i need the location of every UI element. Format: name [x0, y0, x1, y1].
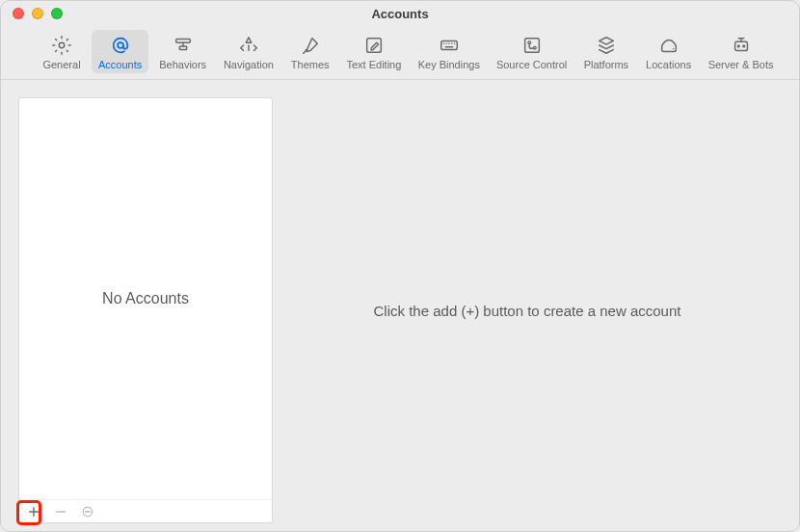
svg-point-13 [85, 511, 86, 512]
tab-label: Navigation [224, 59, 274, 70]
svg-rect-5 [441, 40, 458, 49]
accounts-list-panel: No Accounts [18, 97, 273, 523]
window-title: Accounts [1, 7, 799, 21]
svg-rect-6 [524, 39, 539, 53]
tab-label: Key Bindings [418, 59, 480, 70]
remove-account-button[interactable] [52, 503, 69, 520]
keyboard-icon [439, 34, 460, 57]
at-sign-icon [110, 34, 131, 57]
tab-label: Platforms [584, 59, 628, 70]
tab-label: Source Control [496, 59, 567, 70]
pencil-square-icon [363, 34, 385, 57]
close-window-button[interactable] [13, 8, 24, 19]
stack-icon [596, 34, 617, 57]
tab-key-bindings[interactable]: Key Bindings [412, 30, 486, 73]
account-actions-button[interactable] [79, 503, 96, 520]
account-detail-panel: Click the add (+) button to create a new… [273, 97, 782, 523]
tab-label: Text Editing [346, 59, 401, 70]
tab-label: Themes [291, 59, 330, 70]
disk-icon [658, 34, 680, 57]
minimize-window-button[interactable] [32, 8, 43, 19]
tab-source-control[interactable]: Source Control [491, 30, 573, 73]
behaviors-icon [173, 34, 194, 57]
preferences-window: Accounts General Accounts Behaviors Na [0, 0, 800, 532]
svg-rect-9 [734, 41, 747, 50]
tab-locations[interactable]: Locations [639, 30, 698, 73]
tab-platforms[interactable]: Platforms [577, 30, 635, 73]
add-account-button[interactable] [25, 503, 42, 520]
tab-label: Behaviors [159, 59, 206, 70]
empty-detail-prompt: Click the add (+) button to create a new… [374, 303, 681, 319]
svg-point-1 [118, 42, 123, 48]
gear-icon [51, 34, 72, 57]
tab-server-bots[interactable]: Server & Bots [702, 30, 780, 73]
tab-navigation[interactable]: Navigation [217, 30, 280, 73]
window-controls [13, 8, 63, 19]
source-control-icon [521, 34, 543, 57]
svg-point-14 [87, 511, 88, 512]
tab-themes[interactable]: Themes [284, 30, 336, 73]
tab-general[interactable]: General [36, 30, 88, 73]
tab-label: Locations [646, 59, 691, 70]
tab-behaviors[interactable]: Behaviors [152, 30, 213, 73]
navigation-icon [238, 34, 259, 57]
svg-point-10 [737, 45, 739, 47]
zoom-window-button[interactable] [51, 8, 63, 19]
empty-accounts-label: No Accounts [102, 290, 189, 307]
paintbrush-icon [300, 34, 321, 57]
tab-label: General [42, 59, 80, 70]
tab-label: Server & Bots [708, 59, 774, 70]
tab-text-editing[interactable]: Text Editing [340, 30, 408, 73]
robot-icon [731, 34, 752, 57]
accounts-list: No Accounts [19, 98, 272, 499]
content-area: No Accounts Click the add (+) button to … [1, 80, 799, 532]
tab-label: Accounts [98, 59, 142, 70]
svg-point-11 [742, 45, 744, 47]
preferences-toolbar: General Accounts Behaviors Navigation Th [1, 26, 799, 80]
accounts-list-footer [19, 499, 272, 522]
titlebar: Accounts [1, 1, 799, 26]
svg-point-0 [59, 42, 65, 48]
svg-point-15 [90, 511, 91, 512]
tab-accounts[interactable]: Accounts [92, 30, 148, 73]
